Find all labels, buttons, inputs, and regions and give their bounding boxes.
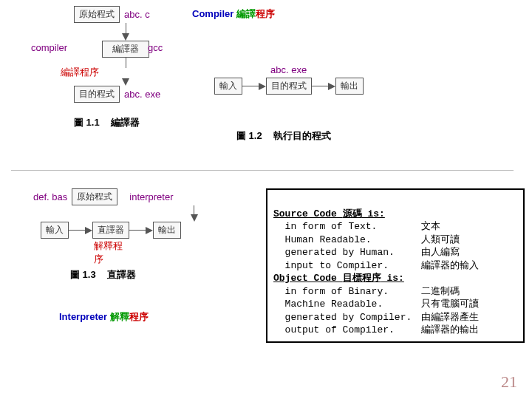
cb-l6c: is: (381, 273, 404, 284)
cb-l1b: 源碼 (343, 208, 362, 219)
cb-l10b: 編譯器的輸出 (421, 324, 479, 337)
title-interpreter-zh2: 程序 (129, 311, 149, 322)
title-interpreter: Interpreter 解釋程序 (59, 310, 149, 324)
cb-l3a: Human Readable. (273, 233, 421, 247)
cb-l7a: in form of Binary. (273, 285, 421, 299)
fig2-output-box: 輸出 (335, 78, 364, 95)
cb-l8b: 只有電腦可讀 (421, 298, 479, 311)
cb-l4b: 由人編寫 (421, 246, 460, 259)
cb-l7b: 二進制碼 (421, 285, 460, 299)
interpreter-en-label: interpreter (129, 191, 173, 202)
fig3-num: 圖 1.3 (70, 269, 96, 280)
cb-l4a: generated by Human. (273, 246, 421, 259)
cb-l9b: 由編譯器產生 (421, 311, 479, 324)
cb-l6a: Object Code (273, 273, 343, 284)
fig1-column: 原始程式 abc. c compiler 編譯器 gcc 編譯程序 目的程式 a… (74, 6, 177, 129)
fig2-row: 輸入 abc. exe 目的程式 輸出 (214, 78, 364, 95)
fig3-source-file: def. bas (33, 191, 67, 202)
title-compiler-zh2: 程序 (256, 8, 275, 19)
fig1-object-file: abc. exe (124, 89, 160, 100)
title-interpreter-zh1: 解釋 (110, 311, 129, 322)
fig1-compiler-box: 編譯器 (102, 41, 149, 58)
cb-l6b: 目標程序 (343, 273, 381, 284)
title-compiler-en: Compiler (192, 8, 236, 19)
fig3-area: def. bas 原始程式 interpreter 輸入 直譯器 解釋程序 輸出… (41, 188, 277, 282)
fig2-input-box: 輸入 (214, 78, 242, 95)
cb-l2a: in form of Text. (273, 220, 421, 233)
cb-l3b: 人類可讀 (421, 233, 460, 247)
compiler-en-label: compiler (31, 42, 67, 53)
title-compiler-zh1: 編譯 (236, 8, 256, 19)
cb-l5b: 編譯器的輸入 (421, 259, 479, 273)
cb-l8a: Machine Readable. (273, 298, 421, 311)
title-interpreter-en: Interpreter (59, 311, 110, 322)
fig2-caption: 圖 1.2 執行目的程式 (236, 129, 331, 143)
page-number: 21 (501, 372, 517, 392)
interpret-step-label: 解釋程序 (94, 239, 129, 266)
fig2-title: 執行目的程式 (273, 130, 331, 141)
fig3-source-box: 原始程式 (72, 188, 117, 205)
title-compiler: Compiler 編譯程序 (192, 7, 275, 21)
cb-l10a: output of Compiler. (273, 324, 421, 337)
fig3-output-box: 輸出 (153, 222, 181, 239)
gcc-label: gcc (148, 42, 163, 53)
fig1-title: 編譯器 (111, 117, 140, 128)
cb-l2b: 文本 (421, 220, 440, 233)
fig2-obj-file: abc. exe (270, 64, 307, 75)
cb-l5a: input to Compiler. (273, 259, 421, 273)
fig1-num: 圖 1.1 (74, 117, 100, 128)
compile-step-label: 編譯程序 (61, 66, 99, 79)
separator (11, 170, 514, 171)
cb-l1c: is: (362, 208, 385, 219)
fig1-object-box: 目的程式 (74, 86, 120, 103)
fig3-interp-box: 直譯器 (92, 222, 129, 239)
fig2-num: 圖 1.2 (236, 130, 262, 141)
fig1-source-box: 原始程式 (74, 6, 120, 23)
fig1-source-file: abc. c (124, 9, 150, 20)
fig3-title: 直譯器 (107, 269, 136, 280)
cb-l9a: generated by Compiler. (273, 311, 421, 324)
cb-l1a: Source Code (273, 208, 343, 219)
fig2-object-box: 目的程式 (266, 78, 312, 95)
definition-box: Source Code 源碼 is: in form of Text.文本 Hu… (266, 188, 525, 343)
fig3-input-box: 輸入 (41, 222, 69, 239)
